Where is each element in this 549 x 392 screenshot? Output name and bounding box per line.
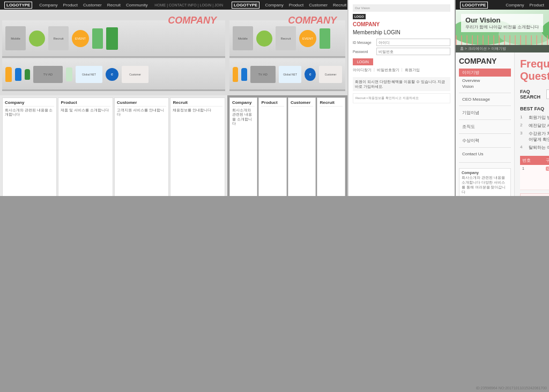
login-pw-input[interactable] (376, 48, 450, 55)
faq-detail: Q 회원가입 방법에, 가입시 세택은 어떻게 되나요? 회원이 되시면 다양한… (520, 193, 549, 196)
top-right-panel: LOGOTYPE Company Product Customer Recrui… (227, 0, 455, 196)
find-id-link[interactable]: 아이디찾기 (353, 67, 372, 73)
nav-bar-tl: LOGOTYPE Company Product Customer Recrui… (0, 0, 227, 10)
shelf-item-mobile-tr: Mobile (233, 26, 253, 50)
faq-list: 1 회원가입 방법과, 가입시 세택은 어떻게 되나요? 2 예전달았 사용할수… (520, 114, 549, 152)
faq-best-label: BEST FAQ (520, 106, 549, 111)
shelf-row-2: TV AD Global NET e Customer (2, 59, 225, 91)
lower-col-title-customer: Customer (117, 100, 166, 107)
lower-col-title-product-tr: Product (261, 100, 284, 107)
shelf-tr: COMPANY Mobile Recruit EVENT TV AD Globa… (227, 10, 347, 95)
sidebar-ceo-bl[interactable]: CEO Message (459, 96, 511, 102)
faq-list-item-4: 4 탈퇴하는 어떻게 하나요? (520, 144, 549, 152)
shelf-item-mobile: Mobile (5, 26, 26, 50)
faq-list-item-1: 1 회원가입 방법과, 가입시 세택은 어떻게 되나요? (520, 114, 549, 122)
nav-items-bl: Company Product Customer Recruit Communi… (493, 3, 549, 7)
nav-product[interactable]: Product (63, 3, 78, 7)
nav-company[interactable]: Company (39, 3, 57, 7)
bottom-panels: LOGOTYPE Company Product Customer Recrui… (456, 0, 549, 196)
login-pw-label: Password (353, 50, 374, 54)
sidebar-org-bl[interactable]: 조직도 (459, 123, 511, 130)
nav-items-tl: Company Product Customer Recruit Communi… (38, 3, 149, 7)
lower-col-product: Product 제품 및 서비스를 소개합니다 (58, 97, 113, 196)
nav-product-tr[interactable]: Product (289, 3, 304, 7)
shelf-item-plant2 (106, 27, 118, 50)
shelf-item-customer-tr: Customer (319, 66, 342, 83)
lower-col-product-tr: Product (258, 97, 286, 196)
sidebar-award-bl[interactable]: 수상이력 (459, 137, 511, 144)
lower-col-recruit-tr: Recruit (317, 97, 345, 196)
lower-col-title-company: Company (5, 100, 54, 107)
shelf-item-tvad: TV AD (33, 66, 63, 83)
sidebar-divider6-bl (459, 162, 511, 163)
lower-col-title-company-tr: Company (232, 100, 255, 107)
faq-title: Frequently Asked Question (520, 58, 549, 82)
join-link[interactable]: 회원가입 (405, 67, 420, 73)
sidebar-card-company-title: Company (462, 171, 508, 175)
vase-yellow-tr (233, 67, 238, 82)
sidebar-contact-bl[interactable]: Contact Us (459, 151, 511, 157)
vase-yellow-1 (5, 67, 12, 82)
top-right-site: LOGOTYPE Company Product Customer Recrui… (227, 0, 347, 196)
nav-company-tr[interactable]: Company (265, 3, 283, 7)
sidebar-company-bl: COMPANY (459, 57, 511, 65)
logo-bl: LOGOTYPE (460, 2, 488, 9)
login-extra-text: Recruit ▪ 채용정보를 확인하시고 지원하세요 (353, 93, 450, 103)
top-panels: LOGOTYPE Company Product Customer Recrui… (0, 0, 455, 196)
login-id-label: ID Message (353, 41, 374, 44)
shelf-item-customer: Customer (122, 66, 149, 83)
lower-col-title-recruit: Recruit (173, 100, 222, 107)
shelf-item-event-tr: EVENT (299, 30, 316, 47)
sidebar-card-company-text: 회사소개와 관련된 내용을 소개합니다 다양한 서비스를 통해 여러분을 찾아갑… (462, 176, 508, 195)
faq-table-header: 번호 구분 제목 조회수 (520, 156, 549, 165)
nav-right-tl: HOME | CONTACT INFO | LOGIN | JOIN (154, 3, 223, 7)
shelf-item-apple (29, 31, 45, 47)
bl-wrapper: LOGOTYPE Company Product Customer Recrui… (456, 0, 549, 196)
sidebar-overview-bl[interactable]: Overview (459, 78, 511, 84)
lower-col-title-product: Product (61, 100, 110, 107)
shelf-item-globalnet: Global NET (76, 66, 102, 83)
sidebar-vision-bl[interactable]: Vision (459, 84, 511, 89)
lower-col-customer: Customer 고객지원 서비스를 안내합니다 (114, 97, 169, 196)
nav-customer-tr[interactable]: Customer (309, 3, 328, 7)
lower-col-company-tr: Company 회사소개와 관련된 내용을 소개합니다 (229, 97, 257, 196)
sidebar-card-company: Company 회사소개와 관련된 내용을 소개합니다 다양한 서비스를 통해 … (459, 168, 511, 196)
faq-search-label: FAQ SEARCH (520, 89, 544, 100)
login-company-label: COMPANY (353, 21, 450, 27)
lower-col-customer-tr: Customer (288, 97, 316, 196)
login-info-text: 회원이 되시면 다양한 혜택을 이용할 수 있습니다. 지금 바로 가입하세요. (353, 77, 450, 91)
faq-search-input[interactable] (546, 89, 549, 99)
shelf-item-tvad-tr: TV AD (250, 66, 276, 83)
sidebar-bl: COMPANY 이이기방 Overview Vision CEO Message… (456, 52, 515, 196)
nav-recruit[interactable]: Recruit (107, 3, 121, 7)
shelf-item-apple-tr (256, 31, 272, 47)
nav-product-bl[interactable]: Product (529, 3, 544, 7)
nav-community[interactable]: Community (126, 3, 147, 7)
nav-bar-tr: LOGOTYPE Company Product Customer Recrui… (227, 0, 347, 10)
nav-recruit-tr[interactable]: Recruit (333, 3, 346, 7)
lower-section-tr: Company 회사소개와 관련된 내용을 소개합니다 Product Cust… (227, 95, 347, 196)
faq-col-num: 번호 (522, 157, 544, 163)
flowers-bl (456, 35, 549, 45)
faq-table-row-1[interactable]: 1 Q 회원가입 방법에 대해... 120 (520, 165, 549, 190)
faq-search-bar: FAQ SEARCH 검색 (520, 87, 549, 102)
shelf-item-plant-tr (320, 28, 330, 49)
sidebar-divider4-bl (459, 133, 511, 134)
breadcrumb-bl: 홈 > 크리에이션 > 이해기방 (456, 45, 549, 52)
lower-col-recruit: Recruit 채용정보를 안내합니다 (170, 97, 225, 196)
sidebar-ideology-bl[interactable]: 기업이념 (459, 109, 511, 116)
nav-company-bl[interactable]: Company (506, 3, 524, 7)
vase-blue-1 (15, 68, 21, 81)
nav-customer[interactable]: Customer (83, 3, 102, 7)
breadcrumb-text-bl: 홈 > 크리에이션 > 이해기방 (460, 46, 506, 51)
login-logo-area: LOGO (353, 14, 450, 19)
sidebar-active-bl[interactable]: 이이기방 (459, 69, 511, 77)
shelf-item-plant (92, 28, 103, 49)
find-pw-link[interactable]: 비밀번호찾기 (377, 67, 399, 73)
login-id-input[interactable] (376, 39, 450, 46)
login-button[interactable]: LOGIN (353, 58, 373, 65)
vase-blue-tr (241, 68, 247, 81)
company-banner-tl: COMPANY (168, 15, 217, 26)
lower-col-title-recruit-tr: Recruit (320, 100, 342, 107)
vision-section-bl: Our Vision 우리가 함께 나아갈 비전을 소개합니다 홈 > 크리에이… (456, 10, 549, 52)
